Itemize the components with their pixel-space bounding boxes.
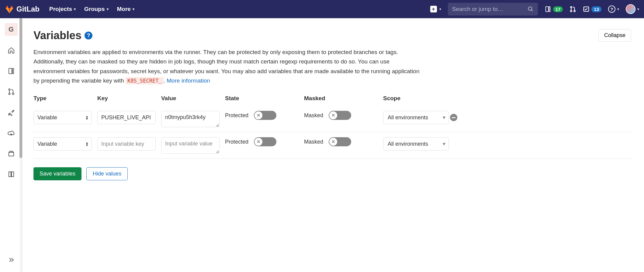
svg-point-12	[12, 93, 14, 95]
main-content: Variables ? Collapse Environment variabl…	[23, 18, 644, 272]
sidebar-home[interactable]	[5, 44, 17, 56]
svg-point-10	[9, 89, 10, 90]
nav-more[interactable]: More▾	[117, 6, 134, 12]
search-box[interactable]	[448, 3, 538, 15]
right-nav: + ▾ 17 13 ? ▾ ▾	[430, 3, 639, 15]
gitlab-logo-icon	[5, 5, 14, 14]
nav-groups[interactable]: Groups▾	[84, 6, 109, 12]
resize-grip-icon[interactable]	[215, 123, 219, 126]
plus-icon: +	[430, 6, 437, 12]
sidebar-issues[interactable]	[5, 65, 17, 77]
remove-variable-button[interactable]	[450, 114, 457, 121]
collapse-button[interactable]: Collapse	[598, 29, 631, 42]
nav-groups-label: Groups	[84, 6, 105, 12]
toggle-knob: ✕	[254, 138, 262, 146]
chevron-down-icon: ▾	[617, 7, 619, 11]
issues-icon	[8, 67, 15, 75]
scope-select-value: All environments	[388, 114, 428, 121]
type-select[interactable]: Variable ▴▾	[33, 137, 92, 151]
minus-icon	[452, 117, 455, 118]
issues-badge: 17	[553, 6, 563, 12]
value-input[interactable]: n0tmypu5h3rk4y	[161, 111, 220, 127]
svg-rect-3	[549, 7, 550, 12]
hide-values-button[interactable]: Hide values	[86, 167, 128, 180]
period: .	[164, 77, 167, 84]
merge-request-icon	[8, 88, 15, 95]
save-variables-button[interactable]: Save variables	[33, 167, 81, 180]
project-avatar[interactable]: G	[5, 23, 18, 36]
avatar	[626, 4, 635, 14]
svg-point-4	[571, 6, 572, 8]
home-icon	[8, 47, 15, 54]
select-arrows-icon: ▴▾	[86, 115, 88, 120]
svg-rect-9	[12, 68, 14, 74]
value-input[interactable]: Input variable value	[161, 137, 220, 154]
nav-items: Projects▾ Groups▾ More▾	[49, 6, 134, 12]
description-text: Environment variables are applied to env…	[33, 49, 419, 84]
table-header: Type Key Value State Masked Scope	[33, 95, 631, 106]
chevron-down-icon: ▾	[443, 141, 445, 147]
svg-rect-8	[9, 68, 12, 74]
resize-grip-icon[interactable]	[215, 149, 219, 153]
sidebar-packages[interactable]	[5, 148, 17, 160]
masked-toggle[interactable]: ✕	[329, 137, 351, 146]
type-select-value: Variable	[37, 114, 57, 121]
chevron-down-icon: ▾	[107, 7, 109, 11]
scope-select[interactable]: All environments ▾	[383, 111, 449, 124]
col-state: State	[225, 95, 304, 102]
more-info-link[interactable]: More information	[167, 77, 210, 84]
toggle-knob: ✕	[254, 111, 262, 119]
rocket-icon	[8, 109, 15, 116]
nav-more-label: More	[117, 6, 131, 12]
toggle-knob: ✕	[329, 138, 337, 146]
scope-select-value: All environments	[388, 141, 428, 147]
variable-row: Variable ▴▾ PUSHER_LIVE_API n0tmypu5h3rk…	[33, 106, 631, 132]
sidebar-cicd[interactable]	[5, 106, 17, 118]
protected-toggle[interactable]: ✕	[254, 111, 276, 120]
sidebar-merge-requests[interactable]	[5, 86, 17, 98]
key-input[interactable]: Input variable key	[97, 137, 156, 151]
svg-point-0	[528, 7, 532, 11]
top-nav: GitLab Projects▾ Groups▾ More▾ + ▾ 17 13…	[0, 0, 644, 18]
search-input[interactable]	[452, 6, 522, 12]
sidebar-operations[interactable]	[5, 127, 17, 139]
todos-badge: 13	[591, 6, 601, 12]
user-menu[interactable]: ▾	[626, 4, 639, 14]
scrollbar[interactable]	[19, 18, 22, 272]
protected-toggle[interactable]: ✕	[254, 137, 276, 146]
svg-point-11	[9, 93, 10, 95]
type-select[interactable]: Variable ▴▾	[33, 111, 92, 124]
code-chip: K8S_SECRET_	[126, 77, 164, 84]
todos-link[interactable]: 13	[583, 6, 601, 12]
value-input-value: n0tmypu5h3rk4y	[165, 114, 206, 120]
col-masked: Masked	[304, 95, 383, 102]
col-type: Type	[33, 95, 97, 102]
svg-point-5	[571, 10, 572, 12]
cloud-gear-icon	[8, 129, 15, 137]
issues-link[interactable]: 17	[545, 6, 563, 12]
state-label: Protected	[225, 112, 248, 119]
key-input-value: PUSHER_LIVE_API	[101, 114, 151, 121]
sidebar-expand[interactable]	[5, 254, 17, 266]
new-dropdown[interactable]: + ▾	[430, 6, 441, 12]
nav-projects[interactable]: Projects▾	[49, 6, 76, 12]
help-icon[interactable]: ?	[85, 32, 92, 39]
svg-line-1	[531, 10, 532, 11]
chevron-down-icon: ▾	[443, 114, 445, 121]
scope-select[interactable]: All environments ▾	[383, 137, 449, 151]
logo-group[interactable]: GitLab	[5, 5, 40, 14]
help-dropdown[interactable]: ? ▾	[608, 5, 619, 13]
search-icon	[528, 6, 534, 12]
col-value: Value	[161, 95, 225, 102]
sidebar-wiki[interactable]	[5, 168, 17, 180]
svg-rect-2	[545, 7, 548, 12]
chevron-down-icon: ▾	[74, 7, 76, 11]
key-input[interactable]: PUSHER_LIVE_API	[97, 111, 156, 124]
merge-requests-link[interactable]	[570, 6, 576, 12]
action-buttons: Save variables Hide values	[33, 167, 631, 180]
masked-toggle[interactable]: ✕	[329, 111, 351, 120]
chevron-down-icon: ▾	[133, 7, 134, 11]
svg-point-6	[574, 10, 576, 12]
package-icon	[8, 150, 15, 157]
issues-icon	[545, 6, 551, 12]
